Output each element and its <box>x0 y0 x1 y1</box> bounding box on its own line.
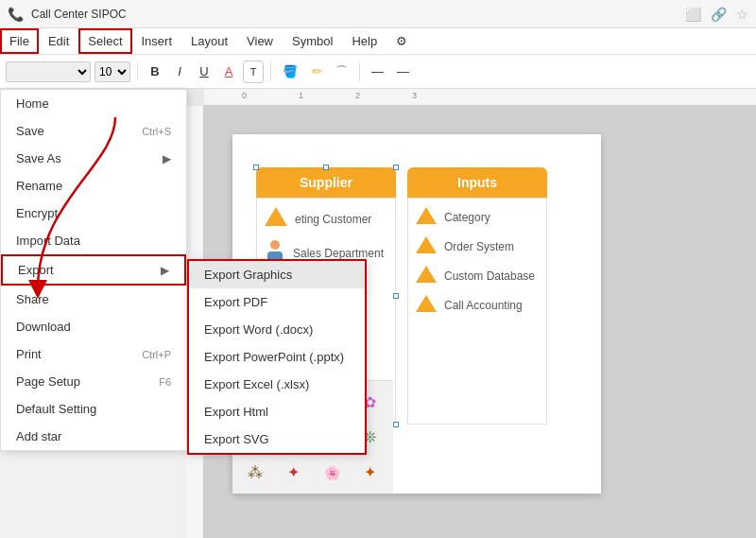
menu-file[interactable]: File <box>0 28 39 54</box>
print-shortcut: Ctrl+P <box>142 349 171 360</box>
pen-button[interactable]: ✏ <box>306 61 327 83</box>
fill-button[interactable]: 🪣 <box>278 61 302 83</box>
text-button[interactable]: T <box>243 61 264 83</box>
inputs-item-4: Call Accounting <box>412 290 542 320</box>
menu-item-page-setup[interactable]: Page Setup F6 <box>1 368 186 395</box>
symbol-11[interactable]: 🌸 <box>315 458 350 488</box>
menu-layout[interactable]: Layout <box>181 28 237 54</box>
rename-label: Rename <box>16 179 62 193</box>
app-icon: 📞 <box>8 7 24 22</box>
print-label: Print <box>16 347 42 361</box>
export-word[interactable]: Export Word (.docx) <box>189 316 365 343</box>
inputs-shape-1 <box>416 207 437 227</box>
font-size-select[interactable]: 10 <box>94 61 130 82</box>
supplier-shape-1 <box>265 207 287 231</box>
menu-symbol[interactable]: Symbol <box>283 28 342 54</box>
supplier-item-1: eting Customer <box>261 202 391 235</box>
menu-help-label: Help <box>352 34 377 48</box>
menu-settings[interactable]: ⚙ <box>387 28 417 54</box>
inputs-text-4: Call Accounting <box>444 299 523 312</box>
toolbar: 10 B I U A T 🪣 ✏ ⌒ — — <box>0 55 756 89</box>
menu-item-save[interactable]: Save Ctrl+S <box>1 117 186 145</box>
page-setup-label: Page Setup <box>16 374 80 389</box>
export-excel[interactable]: Export Excel (.xlsx) <box>189 371 365 398</box>
save-label: Save <box>16 124 44 138</box>
default-setting-label: Default Setting <box>16 402 96 416</box>
menu-item-share[interactable]: Share <box>1 286 186 313</box>
menu-item-default-setting[interactable]: Default Setting <box>1 395 186 423</box>
menu-view[interactable]: View <box>237 28 283 54</box>
menu-view-label: View <box>247 34 273 48</box>
inputs-shape-4 <box>416 295 437 315</box>
share-icon[interactable]: 🔗 <box>711 7 727 22</box>
save-as-label: Save As <box>16 151 61 165</box>
line-style-2[interactable]: — <box>392 61 414 83</box>
line-style-1[interactable]: — <box>367 61 388 83</box>
menu-item-import-data[interactable]: Import Data <box>1 227 186 254</box>
save-icon[interactable]: ⬜ <box>685 7 701 22</box>
export-svg-label: Export SVG <box>204 432 269 446</box>
menu-item-save-as[interactable]: Save As ▶ <box>1 145 186 172</box>
inputs-item-3: Custom Database <box>412 261 542 290</box>
underline-button[interactable]: U <box>194 61 215 83</box>
symbol-10[interactable]: ✦ <box>277 458 312 488</box>
supplier-header-label: Supplier <box>300 175 352 190</box>
import-data-label: Import Data <box>16 234 80 248</box>
inputs-text-1: Category <box>444 211 490 224</box>
add-star-label: Add star <box>16 429 61 443</box>
menu-insert[interactable]: Insert <box>132 28 182 54</box>
bold-button[interactable]: B <box>145 61 165 83</box>
symbol-12[interactable]: ✦ <box>353 458 388 488</box>
menu-symbol-label: Symbol <box>292 34 333 48</box>
main-area: Home Save Ctrl+S Save As ▶ Rename Encryp… <box>0 89 756 538</box>
selection-handle-br <box>393 422 399 427</box>
export-pdf-label: Export PDF <box>204 295 267 309</box>
menu-item-encrypt[interactable]: Encrypt <box>1 200 186 227</box>
star-icon[interactable]: ☆ <box>736 7 748 22</box>
menu-item-rename[interactable]: Rename <box>1 172 186 200</box>
menu-insert-label: Insert <box>142 34 173 48</box>
menu-edit[interactable]: Edit <box>39 28 78 54</box>
menu-item-home[interactable]: Home <box>1 90 186 117</box>
font-name-select[interactable] <box>6 61 91 82</box>
symbol-9[interactable]: ⁂ <box>238 458 273 488</box>
share-label: Share <box>16 292 49 306</box>
inputs-header-label: Inputs <box>457 175 497 190</box>
italic-button[interactable]: I <box>169 61 190 83</box>
settings-icon: ⚙ <box>396 34 407 48</box>
menu-item-export[interactable]: Export ▶ <box>1 254 186 286</box>
menu-bar: File Edit Select Insert Layout View Symb… <box>0 28 756 55</box>
page-setup-shortcut: F6 <box>159 376 171 388</box>
menu-item-download[interactable]: Download <box>1 313 186 340</box>
app-title: Call Center SIPOC <box>31 8 678 21</box>
menu-edit-label: Edit <box>48 34 69 48</box>
ruler-mark-1: 1 <box>299 89 303 100</box>
menu-select[interactable]: Select <box>78 28 131 54</box>
menu-item-print[interactable]: Print Ctrl+P <box>1 340 186 368</box>
toolbar-separator-3 <box>359 62 360 81</box>
save-as-arrow: ▶ <box>163 152 171 165</box>
inputs-item-2: Order System <box>412 232 542 261</box>
inputs-shape-2 <box>416 236 437 256</box>
selection-handle-tr <box>393 165 399 170</box>
title-controls: ⬜ 🔗 ☆ <box>685 7 748 22</box>
inputs-text-2: Order System <box>444 240 514 253</box>
inputs-shape-3 <box>416 266 437 286</box>
font-color-button[interactable]: A <box>218 61 239 83</box>
export-excel-label: Export Excel (.xlsx) <box>204 377 309 391</box>
menu-layout-label: Layout <box>191 34 228 48</box>
menu-select-label: Select <box>88 34 122 48</box>
export-pdf[interactable]: Export PDF <box>189 288 365 316</box>
curve-button[interactable]: ⌒ <box>331 61 352 83</box>
export-powerpoint[interactable]: Export PowerPoint (.pptx) <box>189 343 365 371</box>
menu-help[interactable]: Help <box>342 28 387 54</box>
export-svg[interactable]: Export SVG <box>189 425 365 453</box>
export-html[interactable]: Export Html <box>189 398 365 425</box>
menu-item-add-star[interactable]: Add star <box>1 423 186 450</box>
home-label: Home <box>16 96 49 111</box>
inputs-text-3: Custom Database <box>444 269 535 283</box>
toolbar-separator-1 <box>137 62 138 81</box>
ruler-mark-2: 2 <box>355 89 360 100</box>
encrypt-label: Encrypt <box>16 206 58 220</box>
export-graphics[interactable]: Export Graphics <box>189 261 365 288</box>
